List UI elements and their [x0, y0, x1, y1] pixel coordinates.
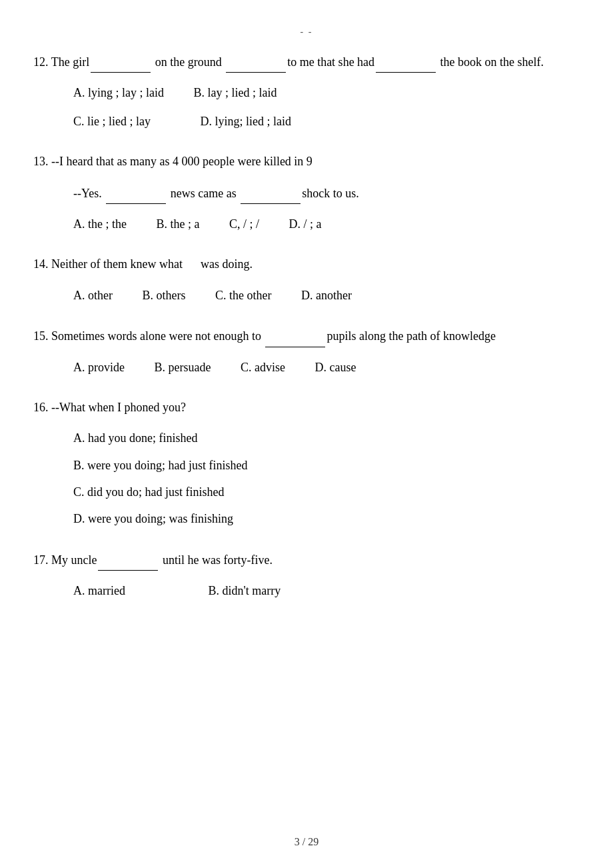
q16-option-d: D. were you doing; was finishing	[73, 508, 580, 529]
q12-option-a: A. lying ; lay ; laid	[73, 86, 164, 99]
q14-option-b: B. others	[142, 289, 185, 302]
question-16-text: 16. --What when I phoned you?	[33, 397, 580, 418]
question-12-options-row1: A. lying ; lay ; laid B. lay ; lied ; la…	[73, 82, 580, 103]
question-14-options-row1: A. other B. others C. the other D. anoth…	[73, 285, 580, 306]
q13-option-a: A. the ; the	[73, 217, 127, 231]
question-14: 14. Neither of them knew what was doing.…	[33, 253, 580, 306]
blank-12-2	[226, 51, 286, 73]
q14-option-c: C. the other	[215, 289, 271, 302]
q17-option-b: B. didn't marry	[208, 584, 281, 597]
q15-option-d: D. cause	[314, 361, 356, 374]
question-12: 12. The girl on the ground to me that sh…	[33, 51, 580, 132]
blank-12-1	[91, 51, 151, 73]
question-13-subtext: --Yes. news came as shock to us.	[73, 182, 580, 204]
page-indicator: - -	[33, 27, 580, 37]
blank-17-1	[98, 549, 158, 571]
q12-option-d: D. lying; lied ; laid	[200, 115, 291, 128]
question-13: 13. --I heard that as many as 4 000 peop…	[33, 151, 580, 235]
q14-option-d: D. another	[301, 289, 352, 302]
blank-13-1	[106, 182, 166, 204]
q16-option-a: A. had you done; finished	[73, 427, 580, 449]
question-15: 15. Sometimes words alone were not enoug…	[33, 325, 580, 378]
q12-option-b: B. lay ; lied ; laid	[193, 86, 277, 99]
q12-option-c: C. lie ; lied ; lay	[73, 115, 151, 128]
q15-option-c: C. advise	[241, 361, 285, 374]
blank-12-3	[376, 51, 436, 73]
question-13-options-row1: A. the ; the B. the ; a C, / ; / D. / ; …	[73, 213, 580, 235]
question-12-options-row2: C. lie ; lied ; lay D. lying; lied ; lai…	[73, 111, 580, 132]
question-15-text: 15. Sometimes words alone were not enoug…	[33, 325, 580, 347]
question-14-text: 14. Neither of them knew what was doing.	[33, 253, 580, 275]
question-17-options-row1: A. married B. didn't marry	[73, 580, 580, 601]
q17-option-a: A. married	[73, 584, 125, 597]
question-13-text: 13. --I heard that as many as 4 000 peop…	[33, 151, 580, 172]
question-15-options-row1: A. provide B. persuade C. advise D. caus…	[73, 357, 580, 378]
question-17: 17. My uncle until he was forty-five. A.…	[33, 549, 580, 602]
q13-option-d: D. / ; a	[289, 217, 322, 231]
question-12-text: 12. The girl on the ground to me that sh…	[33, 51, 580, 73]
q13-option-c: C, / ; /	[229, 217, 259, 231]
page-footer: 3 / 29	[0, 836, 613, 848]
q13-option-b: B. the ; a	[156, 217, 199, 231]
question-16: 16. --What when I phoned you? A. had you…	[33, 397, 580, 530]
q14-option-a: A. other	[73, 289, 113, 302]
blank-15-1	[265, 325, 325, 347]
question-17-text: 17. My uncle until he was forty-five.	[33, 549, 580, 571]
q15-option-b: B. persuade	[154, 361, 211, 374]
q16-option-b: B. were you doing; had just finished	[73, 455, 580, 476]
q15-option-a: A. provide	[73, 361, 125, 374]
blank-13-2	[241, 182, 301, 204]
q16-option-c: C. did you do; had just finished	[73, 481, 580, 503]
